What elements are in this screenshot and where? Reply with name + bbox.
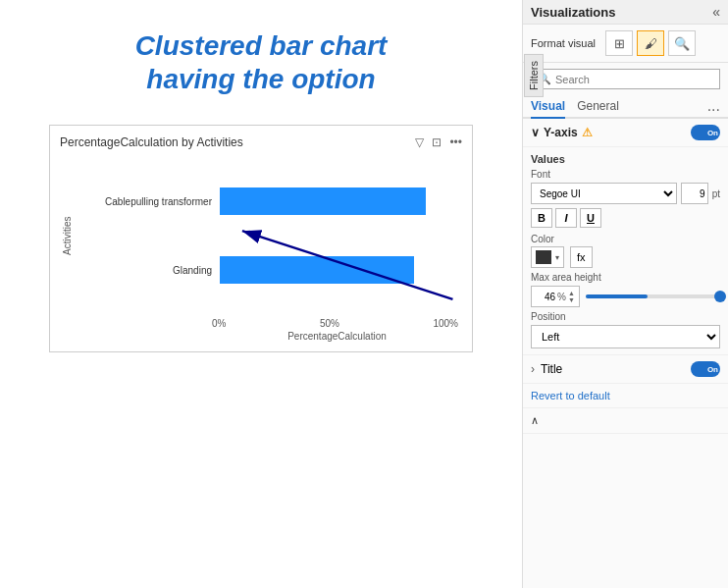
chart-title: PercentageCalculation by Activities: [60, 135, 243, 149]
max-area-height-label: Max area height: [531, 272, 720, 283]
title-toggle[interactable]: On: [691, 361, 720, 377]
title-toggle-text: On: [707, 365, 718, 374]
bar-fill-2: [220, 256, 414, 284]
y-axis-section-header[interactable]: ∨ Y-axis ⚠ On: [523, 119, 728, 147]
warning-icon: ⚠: [582, 126, 593, 139]
slider-track[interactable]: [586, 294, 720, 298]
y-axis-toggle[interactable]: On: [691, 125, 720, 140]
format-icons: ⊞ 🖌 🔍: [605, 30, 696, 56]
y-axis-section-label: Y-axis: [544, 126, 578, 139]
y-axis-chevron-icon: ∨: [531, 126, 540, 139]
panel-collapse-btn[interactable]: «: [712, 4, 720, 20]
page-title: Clustered bar chart having the option: [20, 29, 502, 95]
title-section[interactable]: › Title On: [523, 355, 728, 384]
percent-symbol: %: [557, 292, 566, 302]
x-axis-ticks: 0% 50% 100%: [212, 318, 462, 329]
color-chevron-icon: ▾: [555, 253, 559, 262]
analytics-icon-btn[interactable]: 🔍: [668, 30, 696, 56]
slider-fill: [586, 294, 648, 298]
revert-link[interactable]: Revert to default: [523, 384, 728, 408]
more-icon[interactable]: •••: [449, 135, 462, 149]
tab-more[interactable]: ...: [707, 97, 720, 115]
paint-icon-btn[interactable]: 🖌: [637, 30, 664, 56]
search-box[interactable]: 🔍: [531, 69, 720, 89]
y-axis-toggle-text: On: [707, 129, 718, 137]
italic-btn[interactable]: I: [555, 208, 577, 228]
right-panel: Visualizations « Format visual ⊞ 🖌 🔍 🔍 V…: [522, 0, 728, 588]
slider-thumb[interactable]: [714, 291, 726, 302]
y-axis-label: Activities: [60, 157, 75, 314]
section-bottom: ∧: [523, 408, 728, 434]
color-picker[interactable]: ▾: [531, 246, 564, 268]
chart-body: Activities Cablepulling transformer Glan…: [60, 157, 462, 314]
bar-track-1: [220, 187, 462, 215]
font-row: Segoe UI pt: [531, 183, 720, 204]
color-row: ▾ fx: [531, 246, 720, 268]
y-axis-label-row: ∨ Y-axis ⚠: [531, 126, 593, 139]
bar-label-1: Cablepulling transformer: [75, 196, 212, 207]
title-section-label: Title: [541, 362, 562, 376]
search-input[interactable]: [555, 74, 713, 85]
font-style-row: B I U: [531, 208, 720, 228]
bar-label-2: Glanding: [75, 265, 212, 276]
x-tick-0: 0%: [212, 318, 226, 329]
percent-value: 46: [536, 292, 555, 302]
format-visual-row: Format visual ⊞ 🖌 🔍: [523, 25, 728, 63]
chart-icons: ▽ ⊡ •••: [415, 135, 462, 149]
x-tick-2: 100%: [433, 318, 458, 329]
values-section-body: Values Font Segoe UI pt B I U Color ▾ fx…: [523, 147, 728, 355]
panel-title: Visualizations: [531, 5, 615, 20]
filter-icon[interactable]: ▽: [415, 135, 424, 149]
table-icon-btn[interactable]: ⊞: [605, 30, 633, 56]
chart-container: PercentageCalculation by Activities ▽ ⊡ …: [49, 125, 473, 352]
bar-row-2: Glanding: [75, 256, 462, 284]
format-visual-label: Format visual: [531, 37, 596, 49]
x-axis-label: PercentageCalculation: [212, 331, 462, 342]
pt-label: pt: [712, 188, 720, 199]
fx-button[interactable]: fx: [570, 246, 593, 268]
bottom-label: ∧: [531, 414, 539, 427]
chart-title-row: PercentageCalculation by Activities ▽ ⊡ …: [60, 135, 462, 149]
bar-row: Cablepulling transformer: [75, 187, 462, 215]
position-select[interactable]: Left Right: [531, 325, 720, 348]
main-content: Clustered bar chart having the option Pe…: [0, 0, 522, 588]
slider-row: 46 % ▲ ▼: [531, 286, 720, 307]
bold-btn[interactable]: B: [531, 208, 552, 228]
percent-input[interactable]: 46 % ▲ ▼: [531, 286, 580, 307]
panel-header: Visualizations «: [523, 0, 728, 25]
tabs-row: Visual General ...: [523, 95, 728, 119]
font-label: Font: [531, 169, 720, 180]
font-select[interactable]: Segoe UI: [531, 183, 677, 204]
x-tick-1: 50%: [320, 318, 339, 329]
title-chevron-icon: ›: [531, 362, 535, 376]
filters-tab[interactable]: Filters: [524, 54, 544, 97]
chart-plot: Cablepulling transformer Glanding: [75, 157, 462, 314]
bar-track-2: [220, 256, 462, 284]
underline-btn[interactable]: U: [580, 208, 601, 228]
expand-icon[interactable]: ⊡: [432, 135, 442, 149]
font-size-input[interactable]: [681, 183, 708, 204]
tab-visual[interactable]: Visual: [531, 95, 565, 119]
stepper-arrows[interactable]: ▲ ▼: [568, 290, 575, 303]
bar-fill-1: [220, 187, 426, 215]
tab-general[interactable]: General: [577, 95, 619, 119]
values-label: Values: [531, 153, 720, 165]
color-label: Color: [531, 234, 720, 244]
position-label: Position: [531, 311, 720, 322]
color-swatch: [536, 250, 551, 264]
